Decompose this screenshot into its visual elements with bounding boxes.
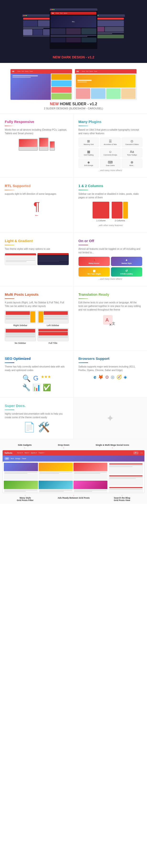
mockup-right (94, 14, 125, 48)
col1-container: 1 Column (93, 202, 109, 222)
col2-block1 (112, 202, 122, 218)
bm-social-links: f t (141, 452, 143, 454)
bm-filter-tech[interactable]: Tech (10, 458, 14, 459)
feature-desc-translation: Edit theme texts to your own words or la… (78, 301, 143, 311)
slider-title-new: NEW (50, 102, 59, 106)
bm-filter-all[interactable]: All (4, 457, 9, 460)
rm-screen-d (19, 139, 37, 147)
feature-title-onoff: On or Off (78, 239, 143, 243)
home-slider-section: SB Home · Tech · Sports · Travel (0, 63, 147, 114)
label-search-text: Search the BlogGrid Posts View (114, 497, 130, 501)
plt-row-img-2 (44, 311, 68, 315)
theme-preview (5, 253, 69, 265)
divider-1 (5, 126, 14, 126)
sp-logo-1: SB (12, 70, 14, 72)
label-drop-down-text: Drop Down (58, 444, 69, 446)
bm-card-4 (4, 480, 38, 493)
bm-main-area (4, 463, 107, 493)
plt-row-2 (6, 318, 30, 320)
bm-sw-line-2 (109, 466, 133, 467)
bm-nav-sports: Sports ▾ (31, 452, 37, 454)
onoff-more: ...and many more others! (78, 278, 143, 280)
bm-card-img-4 (4, 480, 38, 489)
bm-card-img-2 (39, 463, 73, 471)
home-slider-subtitle: 2 SLIDER DESIGNS (SLIDESHOW - CAROUSEL) (5, 107, 142, 110)
bm-social-tw: t (142, 452, 143, 454)
sp-sidebar-1 (51, 73, 72, 100)
bottom-labels-row: ↑ Wavy StyleGrid Posts Filter ↑ Ads Read… (2, 494, 145, 501)
sp-thumb-2 (51, 81, 72, 86)
plt-main-4 (38, 329, 68, 340)
layout-left-sidebar: Left Sidebar (37, 310, 69, 327)
theme-dark (37, 253, 69, 265)
bm-sw-line-1 (109, 465, 143, 466)
feature-desc-seo: Theme has fully correctly added structur… (5, 365, 69, 372)
home-slider-title: NEW HOME SLIDER - v1.2 (5, 102, 142, 106)
mock-line-r1 (95, 32, 124, 33)
plt-row-1 (6, 315, 30, 317)
plt-main-3 (6, 329, 35, 340)
divider-9 (5, 363, 14, 363)
col2-container: 2 Columns (112, 202, 128, 222)
bm-sw-line-3 (109, 477, 143, 478)
plt-row-img-4 (38, 332, 68, 335)
col1-preview (93, 202, 109, 218)
feature-desc-browsers: Salbuta supports major web browsers incl… (78, 365, 143, 372)
bm-search[interactable]: 🔍 (134, 452, 138, 454)
plt-main-2 (44, 311, 68, 322)
feature-title-translation: Translation Ready (78, 292, 143, 297)
browser-ie: e (94, 374, 96, 380)
bm-card-1 (4, 463, 38, 480)
col1-block (93, 202, 109, 218)
bm-line-9 (39, 490, 72, 491)
feature-title-plugins: Many Plugins (78, 120, 143, 124)
bottom-mockup: Salbuta Home ▾ Tech ▾ Sports ▾ Travel ▾ … (2, 450, 145, 493)
bm-line-6 (74, 473, 100, 474)
bm-card-text-5 (39, 489, 73, 493)
rm-screen-t (39, 138, 48, 147)
feature-title-responsive: Fully Responsive (5, 120, 69, 124)
onoff-sticky: 📌 Sticky Header (78, 257, 110, 266)
slider-title-main: HOME SLIDER (59, 102, 86, 106)
bm-card-6 (73, 480, 108, 493)
onoff-grid: 📌 Sticky Header ✦Navbar Style ▦Grid Auto… (78, 257, 143, 277)
feature-cell-responsive: Fully Responsive Works fine on all devic… (0, 114, 74, 178)
bm-filter-bar: All Tech Design Travel (3, 456, 144, 462)
seo-icon-3: ★★★ (41, 374, 51, 382)
slider-previews: SB Home · Tech · Sports · Travel (5, 69, 142, 100)
seo-icon-1: 🔍 (23, 374, 31, 382)
plt-row-full (38, 329, 68, 331)
layout-thumb-fulltitle (37, 328, 69, 341)
feature-cell-light: Light & Gradient Two theme styles with m… (0, 233, 74, 286)
svg-text:A: A (106, 317, 109, 322)
bm-filter-design[interactable]: Design (15, 458, 21, 459)
feature-cell-seo: SEO Optimized Theme has fully correctly … (0, 350, 74, 397)
sp-thumb-1 (51, 74, 72, 80)
arrow-ads: ↑ (58, 494, 90, 497)
feature-cell-docs: Super Docs. highly condensed documentati… (0, 398, 74, 439)
feature-title-columns: 1 & 2 Columns (78, 184, 143, 188)
bm-line-4 (39, 473, 59, 474)
bm-line-5 (74, 472, 107, 472)
bm-content (3, 462, 144, 493)
mock-img-3 (23, 29, 32, 35)
divider-11 (5, 410, 14, 410)
slider-title-version: - v1.2 (86, 102, 97, 106)
sp-nav-1: Home · Tech · Sports · Travel (17, 70, 33, 72)
bm-filter-travel[interactable]: Travel (22, 458, 26, 459)
feature-desc-onoff: Almost all features could be toggled on … (78, 247, 143, 254)
onoff-navbar: ✦Navbar Style (111, 257, 142, 266)
plugin-grid: ▦Grid Padding (78, 148, 99, 157)
dot-yellow (25, 15, 26, 16)
label-side-gadgets-text: Side Gadgets (18, 444, 32, 446)
divider-6 (78, 245, 88, 245)
plugin-carousel: ⊙Carousel & Slides (122, 137, 142, 147)
dot-red (23, 15, 24, 16)
bm-card-img-5 (39, 480, 73, 489)
bm-card-2 (39, 463, 73, 480)
bm-card-img-6 (73, 480, 108, 489)
columns-preview: 1 Column 2 Columns (78, 202, 143, 222)
bm-sw-line-5 (109, 489, 143, 490)
hero-label: NEW DARK DESIGN - v1.2 (2, 53, 145, 61)
arrow-search: ↑ (114, 494, 130, 497)
